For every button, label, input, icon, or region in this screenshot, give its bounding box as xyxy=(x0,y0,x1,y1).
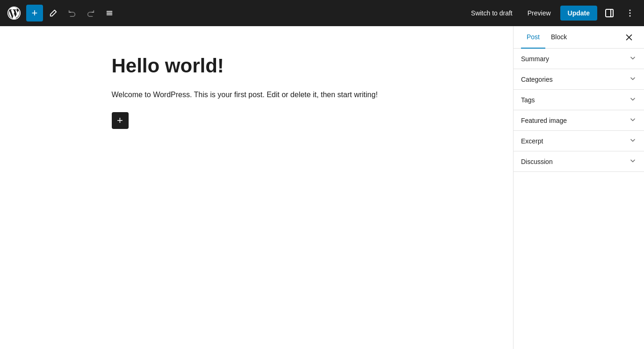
chevron-down-icon-tags xyxy=(629,95,637,104)
list-view-button[interactable] xyxy=(101,5,118,21)
accordion-header-featured-image[interactable]: Featured image xyxy=(514,110,644,130)
chevron-down-icon-featured-image xyxy=(629,116,637,125)
svg-rect-4 xyxy=(606,9,613,17)
post-title[interactable]: Hello world! xyxy=(112,54,402,78)
add-block-inline-button[interactable]: + xyxy=(112,112,129,129)
accordion-section-excerpt: Excerpt xyxy=(514,131,644,151)
editor-area: Hello world! Welcome to WordPress. This … xyxy=(0,26,513,349)
svg-point-8 xyxy=(630,15,631,17)
accordion-title-categories: Categories xyxy=(521,76,553,83)
accordion-header-tags[interactable]: Tags xyxy=(514,90,644,110)
accordion-title-tags: Tags xyxy=(521,96,535,104)
accordion-section-tags: Tags xyxy=(514,90,644,110)
accordion-header-categories[interactable]: Categories xyxy=(514,69,644,89)
main-area: Hello world! Welcome to WordPress. This … xyxy=(0,26,644,349)
toolbar-right: Switch to draft Preview Update xyxy=(465,5,638,21)
accordion-section-featured-image: Featured image xyxy=(514,110,644,131)
sidebar-close-button[interactable] xyxy=(622,30,637,45)
accordion-title-featured-image: Featured image xyxy=(521,117,567,124)
svg-point-6 xyxy=(630,10,631,11)
chevron-down-icon-categories xyxy=(629,75,637,84)
tab-post[interactable]: Post xyxy=(521,26,545,49)
accordion-list: Summary Categories xyxy=(514,49,644,172)
redo-button[interactable] xyxy=(82,5,99,21)
switch-to-draft-button[interactable]: Switch to draft xyxy=(465,7,518,20)
sidebar-header: Post Block xyxy=(514,26,644,49)
more-options-button[interactable] xyxy=(622,5,638,21)
sidebar-toggle-button[interactable] xyxy=(601,5,618,21)
post-content[interactable]: Welcome to WordPress. This is your first… xyxy=(112,89,402,101)
accordion-title-excerpt: Excerpt xyxy=(521,137,543,145)
svg-point-7 xyxy=(630,13,631,14)
edit-button[interactable] xyxy=(45,5,62,21)
chevron-down-icon-summary xyxy=(629,54,637,63)
preview-button[interactable]: Preview xyxy=(522,7,557,20)
accordion-header-discussion[interactable]: Discussion xyxy=(514,151,644,171)
accordion-section-discussion: Discussion xyxy=(514,151,644,172)
accordion-section-summary: Summary xyxy=(514,49,644,69)
tab-block[interactable]: Block xyxy=(545,26,572,49)
wp-logo xyxy=(6,5,22,21)
update-button[interactable]: Update xyxy=(560,6,597,21)
sidebar: Post Block Summary xyxy=(513,26,644,349)
accordion-header-excerpt[interactable]: Excerpt xyxy=(514,131,644,151)
undo-button[interactable] xyxy=(64,5,80,21)
accordion-header-summary[interactable]: Summary xyxy=(514,49,644,69)
add-block-button[interactable]: + xyxy=(26,5,43,21)
accordion-title-summary: Summary xyxy=(521,55,549,63)
accordion-section-categories: Categories xyxy=(514,69,644,90)
chevron-down-icon-excerpt xyxy=(629,136,637,145)
toolbar: + Switch to draft Preview Update xyxy=(0,0,644,26)
editor-inner: Hello world! Welcome to WordPress. This … xyxy=(112,54,402,129)
accordion-title-discussion: Discussion xyxy=(521,158,553,165)
chevron-down-icon-discussion xyxy=(629,157,637,166)
